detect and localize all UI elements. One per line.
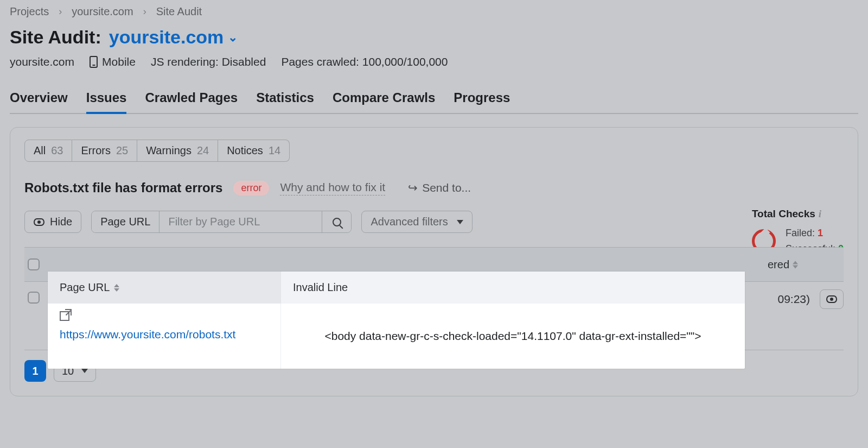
cell-invalid-line: <body data-new-gr-c-s-check-loaded="14.1… — [281, 304, 745, 369]
mobile-icon — [90, 56, 98, 68]
send-to-button[interactable]: ↪ Send to... — [408, 181, 471, 194]
meta-row: yoursite.com Mobile JS rendering: Disabl… — [10, 55, 858, 68]
hide-button[interactable]: Hide — [24, 211, 81, 233]
column-page-url[interactable]: Page URL — [48, 272, 281, 304]
page-url-filter: Page URL Filter by Page URL — [91, 211, 352, 233]
domain-switcher-label: yoursite.com — [109, 27, 224, 48]
chip-notices-label: Notices — [227, 144, 263, 157]
view-row-button[interactable] — [820, 289, 844, 309]
breadcrumb-domain[interactable]: yoursite.com — [72, 5, 133, 18]
highlighted-table-row: https://www.yoursite.com/robots.txt <bod… — [48, 304, 745, 369]
chevron-down-icon — [81, 369, 88, 373]
page-title-row: Site Audit: yoursite.com ⌄ — [10, 27, 858, 48]
tab-statistics[interactable]: Statistics — [256, 90, 314, 113]
chip-warnings-count: 24 — [197, 144, 209, 157]
chevron-right-icon: › — [143, 6, 146, 17]
column-page-url-label: Page URL — [60, 281, 110, 294]
chip-errors-label: Errors — [81, 144, 110, 157]
eye-icon — [34, 218, 44, 226]
table-controls: Hide Page URL Filter by Page URL Advance… — [24, 211, 844, 233]
chip-all-label: All — [34, 144, 46, 157]
cell-page-url: https://www.yoursite.com/robots.txt — [48, 304, 281, 369]
chevron-right-icon: › — [59, 6, 62, 17]
issue-filter-chips: All 63 Errors 25 Warnings 24 Notices 14 — [24, 140, 844, 162]
page-title: Site Audit: — [10, 27, 101, 48]
highlighted-table: Page URL Invalid Line https://www.yoursi… — [48, 272, 745, 369]
chip-notices[interactable]: Notices 14 — [218, 140, 290, 162]
tab-overview[interactable]: Overview — [10, 90, 68, 113]
page-number-current[interactable]: 1 — [24, 360, 46, 382]
external-link-icon[interactable] — [60, 311, 69, 321]
info-icon[interactable]: i — [819, 208, 821, 220]
meta-js-rendering: JS rendering: Disabled — [151, 55, 266, 68]
meta-device: Mobile — [90, 55, 136, 68]
row-time-fragment: 09:23) — [777, 293, 810, 306]
breadcrumb-current: Site Audit — [156, 5, 202, 18]
issue-title: Robots.txt file has format errors — [24, 180, 222, 195]
failed-label: Failed: — [786, 228, 815, 238]
severity-badge: error — [233, 181, 269, 195]
breadcrumb-projects[interactable]: Projects — [10, 5, 49, 18]
chip-errors-count: 25 — [116, 144, 128, 157]
tab-progress[interactable]: Progress — [454, 90, 510, 113]
meta-device-label: Mobile — [102, 55, 136, 68]
total-checks-heading: Total Checks i — [752, 208, 844, 220]
column-discovered-fragment[interactable]: ered — [768, 258, 798, 271]
row-checkbox[interactable] — [28, 292, 40, 304]
share-arrow-icon: ↪ — [408, 181, 418, 194]
tab-issues[interactable]: Issues — [86, 90, 127, 113]
send-to-label: Send to... — [422, 181, 471, 194]
select-all-checkbox[interactable] — [28, 258, 40, 270]
eye-icon — [826, 295, 837, 303]
chip-all[interactable]: All 63 — [24, 140, 72, 162]
chevron-down-icon — [457, 220, 463, 224]
chevron-down-icon: ⌄ — [228, 30, 238, 45]
total-checks-label: Total Checks — [752, 208, 815, 220]
search-icon — [333, 218, 341, 226]
chip-notices-count: 14 — [269, 144, 280, 157]
hide-button-label: Hide — [50, 216, 72, 228]
tab-crawled-pages[interactable]: Crawled Pages — [145, 90, 238, 113]
column-invalid-line[interactable]: Invalid Line — [281, 272, 745, 304]
column-discovered-label-fragment: ered — [768, 258, 789, 271]
advanced-filters-button[interactable]: Advanced filters — [361, 211, 472, 233]
sort-icon — [114, 284, 119, 292]
advanced-filters-label: Advanced filters — [371, 216, 448, 228]
meta-domain: yoursite.com — [10, 55, 74, 68]
failed-value: 1 — [818, 228, 823, 238]
chip-warnings[interactable]: Warnings 24 — [137, 140, 218, 162]
page-url-filter-search-button[interactable] — [322, 211, 351, 232]
chip-all-count: 63 — [51, 144, 63, 157]
chip-errors[interactable]: Errors 25 — [72, 140, 137, 162]
tab-compare-crawls[interactable]: Compare Crawls — [333, 90, 435, 113]
highlighted-table-header: Page URL Invalid Line — [48, 272, 745, 304]
page-url-filter-type[interactable]: Page URL — [92, 211, 159, 232]
chip-warnings-label: Warnings — [146, 144, 192, 157]
issue-header: Robots.txt file has format errors error … — [24, 180, 844, 195]
meta-pages-crawled: Pages crawled: 100,000/100,000 — [281, 55, 448, 68]
sort-icon — [793, 261, 798, 268]
breadcrumb: Projects › yoursite.com › Site Audit — [10, 4, 858, 21]
page-url-filter-input[interactable]: Filter by Page URL — [159, 211, 322, 232]
tabs: Overview Issues Crawled Pages Statistics… — [10, 90, 858, 114]
page-url-link[interactable]: https://www.yoursite.com/robots.txt — [60, 327, 269, 342]
why-how-to-fix-link[interactable]: Why and how to fix it — [280, 181, 385, 195]
domain-switcher[interactable]: yoursite.com ⌄ — [109, 27, 238, 48]
